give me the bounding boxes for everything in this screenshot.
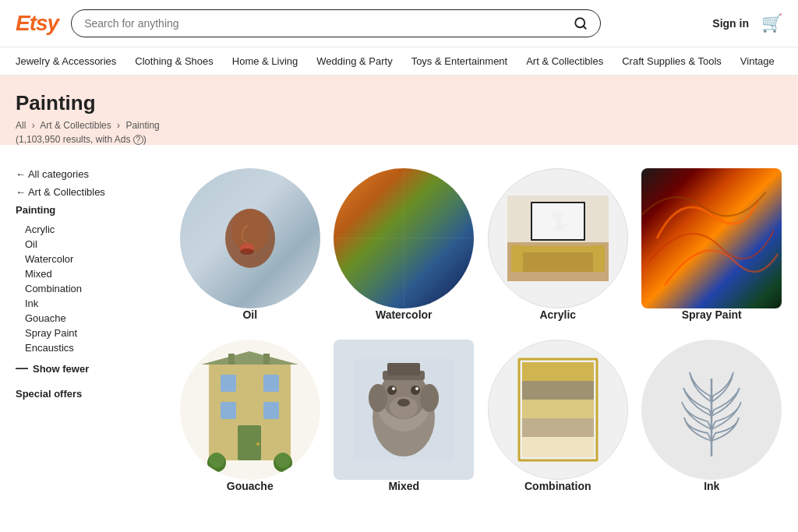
acrylic-svg <box>507 196 609 281</box>
nav-item-toys[interactable]: Toys & Entertainment <box>411 48 508 75</box>
sidebar-subitem-mixed[interactable]: Mixed <box>16 266 156 281</box>
svg-point-29 <box>256 442 260 446</box>
svg-rect-50 <box>522 362 594 381</box>
sidebar-subitem-encaustics[interactable]: Encaustics <box>16 340 156 355</box>
search-bar <box>71 9 601 37</box>
grid-item-combination[interactable]: Combination <box>487 340 629 492</box>
ink-svg <box>665 355 758 464</box>
sign-in-button[interactable]: Sign in <box>712 17 749 30</box>
svg-rect-25 <box>263 375 279 392</box>
svg-rect-22 <box>228 354 235 365</box>
svg-rect-47 <box>353 359 454 460</box>
main-nav: Jewelry & Accessories Clothing & Shoes H… <box>0 48 798 76</box>
grid-item-mixed[interactable]: Mixed <box>334 340 475 492</box>
combination-label: Combination <box>524 480 591 492</box>
painting-grid: Oil Watercolor <box>179 168 782 492</box>
breadcrumb-category[interactable]: Art & Collectibles <box>40 120 111 131</box>
breadcrumb-sep-2: › <box>117 120 120 131</box>
svg-point-5 <box>240 248 254 255</box>
mixed-svg <box>353 359 454 460</box>
svg-rect-27 <box>263 402 279 419</box>
gouache-image <box>180 340 320 480</box>
nav-item-home[interactable]: Home & Living <box>232 48 298 75</box>
sidebar-category-painting: Painting <box>16 204 156 216</box>
mixed-image <box>334 340 474 480</box>
nav-item-wedding[interactable]: Wedding & Party <box>316 48 392 75</box>
show-fewer-dash: — <box>16 361 28 375</box>
svg-rect-53 <box>522 418 594 437</box>
sidebar-all-categories[interactable]: ← All categories <box>16 168 156 180</box>
info-icon[interactable]: ? <box>133 135 143 145</box>
oil-painting-svg <box>219 203 281 273</box>
ink-image <box>641 340 782 480</box>
sidebar-subitem-combination[interactable]: Combination <box>16 281 156 296</box>
header-actions: Sign in 🛒 <box>712 13 782 33</box>
sidebar-subitem-ink[interactable]: Ink <box>16 296 156 311</box>
oil-label: Oil <box>242 308 257 321</box>
header: Etsy Sign in 🛒 <box>0 0 798 48</box>
svg-rect-24 <box>221 375 236 392</box>
grid-item-acrylic[interactable]: Acrylic <box>487 168 629 321</box>
nav-item-clothing[interactable]: Clothing & Shoes <box>135 48 213 75</box>
nav-item-jewelry[interactable]: Jewelry & Accessories <box>16 48 116 75</box>
breadcrumb-current: Painting <box>125 120 159 131</box>
breadcrumb-sep-1: › <box>32 120 35 131</box>
combination-image <box>488 340 628 480</box>
grid-item-watercolor[interactable]: Watercolor <box>334 168 475 321</box>
svg-point-15 <box>560 213 571 224</box>
main-content: Oil Watercolor <box>179 168 782 492</box>
svg-rect-23 <box>263 354 270 365</box>
nav-item-art[interactable]: Art & Collectibles <box>526 48 603 75</box>
svg-point-32 <box>209 453 224 468</box>
spray-image <box>641 168 782 308</box>
ink-label: Ink <box>704 480 719 492</box>
search-icon[interactable] <box>574 16 588 30</box>
watercolor-image <box>334 168 474 308</box>
grid-item-spray-paint[interactable]: Spray Paint <box>641 168 783 321</box>
sidebar-subitem-watercolor[interactable]: Watercolor <box>16 252 156 266</box>
sidebar-subitem-acrylic[interactable]: Acrylic <box>16 222 156 237</box>
breadcrumb-all[interactable]: All <box>16 120 26 131</box>
svg-line-1 <box>584 26 586 28</box>
sidebar-subitem-spray-paint[interactable]: Spray Paint <box>16 326 156 340</box>
sidebar: ← All categories ← Art & Collectibles Pa… <box>16 168 156 492</box>
combination-svg <box>511 355 605 464</box>
mixed-label: Mixed <box>388 480 419 492</box>
svg-point-14 <box>544 217 556 230</box>
gouache-svg <box>189 347 310 472</box>
svg-point-33 <box>275 453 291 468</box>
sidebar-subitem-oil[interactable]: Oil <box>16 237 156 252</box>
svg-rect-54 <box>522 437 594 457</box>
search-input[interactable] <box>84 17 574 30</box>
sidebar-subitem-gouache[interactable]: Gouache <box>16 311 156 326</box>
grid-item-ink[interactable]: Ink <box>641 340 783 492</box>
acrylic-label: Acrylic <box>539 308 576 321</box>
watercolor-label: Watercolor <box>376 308 433 321</box>
main-layout: ← All categories ← Art & Collectibles Pa… <box>0 153 798 508</box>
grid-item-oil[interactable]: Oil <box>179 168 321 321</box>
svg-rect-17 <box>511 246 605 252</box>
svg-rect-52 <box>522 400 594 418</box>
show-fewer-label: Show fewer <box>33 363 89 375</box>
page-banner: Painting All › Art & Collectibles › Pain… <box>0 76 798 145</box>
page-title: Painting <box>16 91 782 115</box>
results-count: (1,103,950 results, with Ads ?) <box>16 134 782 145</box>
nav-item-craft[interactable]: Craft Supplies & Tools <box>622 48 722 75</box>
svg-rect-18 <box>511 245 523 272</box>
show-fewer-button[interactable]: — Show fewer <box>16 361 156 375</box>
breadcrumb: All › Art & Collectibles › Painting <box>16 120 782 131</box>
acrylic-image <box>488 168 628 308</box>
sidebar-art-collectibles[interactable]: ← Art & Collectibles <box>16 186 156 198</box>
spray-paint-label: Spray Paint <box>682 308 742 321</box>
svg-rect-19 <box>593 245 605 272</box>
grid-item-gouache[interactable]: Gouache <box>179 340 321 492</box>
cart-icon[interactable]: 🛒 <box>761 13 782 33</box>
special-offers-label: Special offers <box>16 388 156 400</box>
svg-rect-26 <box>221 402 236 419</box>
etsy-logo[interactable]: Etsy <box>16 11 58 36</box>
svg-rect-51 <box>522 381 594 400</box>
nav-item-vintage[interactable]: Vintage <box>740 48 775 75</box>
watercolor-svg <box>334 168 474 308</box>
oil-image <box>180 168 320 308</box>
gouache-label: Gouache <box>227 480 274 492</box>
